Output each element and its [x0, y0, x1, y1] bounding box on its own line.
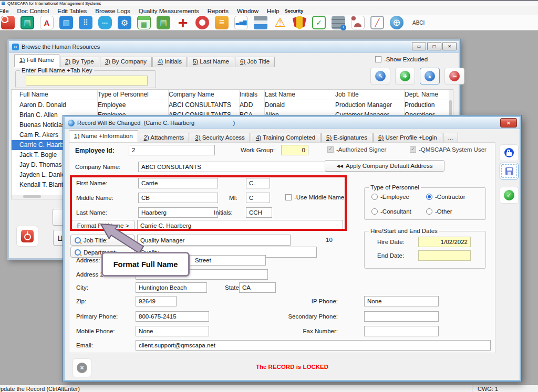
tab-job-title[interactable]: 6) Job Title [235, 57, 275, 67]
database-icon[interactable] [332, 16, 345, 29]
red-cross-icon[interactable] [176, 16, 190, 29]
end-date-input[interactable] [418, 250, 471, 261]
maximize-button[interactable]: ▢ [427, 42, 441, 50]
col-job-title[interactable]: Job Title [335, 90, 405, 100]
tab-attachments[interactable]: 2) Attachments [139, 133, 190, 143]
browse-titlebar[interactable]: Browse the Human Resources ▭ ▢ ✕ [9, 41, 459, 53]
dialog-titlebar[interactable]: Record Will Be Changed (Carrie C. Haarbe… [65, 117, 520, 129]
menu-item-window[interactable]: Window [233, 8, 263, 14]
email-input[interactable] [136, 340, 491, 351]
tab-by-company[interactable]: 3) By Company [100, 57, 152, 67]
ok-button[interactable] [500, 187, 519, 204]
tab-e-signatures[interactable]: 5) E-signatures [321, 133, 373, 143]
menu-item-browse-logs[interactable]: Browse Logs [91, 8, 134, 14]
globe-search-icon[interactable] [390, 16, 404, 29]
radio-button[interactable] [426, 208, 432, 215]
shield-icon[interactable] [293, 16, 306, 29]
tab-by-type[interactable]: 2) By Type [60, 57, 99, 67]
notebook-icon[interactable] [157, 16, 170, 29]
lock-button[interactable] [500, 144, 519, 161]
menu-item-edit-tables[interactable]: Edit Tables [53, 8, 91, 14]
table-row[interactable]: Aaron D. DonaldEmployeeABCI CONSULTANTSA… [12, 100, 453, 110]
tab-training-completed[interactable]: 4) Training Completed [251, 133, 320, 143]
full-name-search-input[interactable] [26, 76, 148, 86]
save-button[interactable] [500, 163, 519, 179]
work-group-input[interactable] [281, 145, 308, 155]
menu-item-reports[interactable]: Reports [203, 8, 233, 14]
company-name-input[interactable] [138, 162, 341, 172]
address-book-icon[interactable] [215, 16, 229, 29]
radio-contractor[interactable]: -Contractor [426, 194, 465, 200]
radio-consultant[interactable]: -Consultant [371, 208, 411, 215]
dialog-close-button[interactable] [500, 118, 517, 128]
radio-other[interactable]: -Other [426, 208, 452, 215]
tab-name-information[interactable]: 1) Name +Information [69, 130, 138, 143]
system-user-checkbox[interactable]: -QMSCAPA System User [410, 146, 487, 153]
radio-employee[interactable]: -Employee [371, 194, 409, 200]
doc-control-icon[interactable] [20, 16, 34, 29]
tab-initials[interactable]: 4) Initials [152, 57, 187, 67]
checklist-icon[interactable] [312, 16, 326, 29]
state-input[interactable] [239, 282, 276, 293]
middle-initial-input[interactable] [246, 193, 270, 203]
chat-icon[interactable] [98, 16, 112, 29]
notebook-pencil-icon[interactable] [59, 16, 73, 29]
zip-input[interactable] [136, 296, 177, 306]
power-icon[interactable] [1, 16, 15, 29]
menu-item-doc-control[interactable]: Doc Control [13, 8, 54, 14]
fax-number-input[interactable] [364, 326, 439, 336]
tab-user-profile-login[interactable]: 6) User Profile +Login [373, 133, 442, 143]
select-record-button[interactable] [370, 68, 390, 84]
delete-record-button[interactable] [444, 68, 464, 84]
primary-phone-input[interactable] [136, 311, 209, 322]
first-name-input[interactable] [138, 178, 218, 188]
initials-input[interactable] [246, 207, 272, 218]
col-type[interactable]: Type of Personnel [98, 90, 169, 100]
secondary-phone-input[interactable] [364, 311, 439, 322]
menu-item-security[interactable]: Security [284, 8, 308, 14]
col-initials[interactable]: Initials [240, 90, 265, 100]
mobile-phone-input[interactable] [136, 326, 209, 336]
city-input[interactable] [136, 282, 207, 293]
job-title-input[interactable] [137, 235, 291, 246]
warning-icon[interactable] [273, 16, 287, 29]
menu-item-quality-measurements[interactable]: Quality Measurements [134, 8, 203, 14]
full-name-input[interactable] [137, 220, 343, 231]
checkbox-box[interactable] [375, 56, 381, 62]
blocks-icon[interactable] [79, 16, 92, 29]
first-initial-input[interactable] [246, 178, 270, 188]
use-middle-name-checkbox[interactable]: -Use Middle Name [285, 194, 344, 200]
checkbox-box[interactable] [285, 194, 292, 200]
last-name-input[interactable] [138, 207, 218, 218]
middle-name-input[interactable] [138, 193, 218, 203]
scrollbar-thumb[interactable] [23, 195, 41, 198]
exit-browse-button[interactable] [16, 226, 38, 247]
menu-item-help[interactable]: Help [263, 8, 284, 14]
personnel-badge-icon[interactable] [351, 16, 365, 29]
life-ring-icon[interactable] [195, 16, 209, 29]
close-button[interactable]: ✕ [442, 42, 457, 50]
show-excluded-checkbox[interactable]: -Show Excluded [375, 56, 428, 62]
radio-button-selected[interactable] [426, 194, 432, 200]
col-company[interactable]: Company Name [169, 90, 240, 100]
add-record-button[interactable] [395, 68, 415, 84]
tab-last-name[interactable]: 5) Last Name [188, 57, 234, 67]
checkbox-box[interactable] [327, 146, 334, 153]
col-last-name[interactable]: Last Name [265, 90, 335, 100]
radio-button[interactable] [371, 208, 378, 215]
bar-chart-icon[interactable] [234, 16, 248, 29]
gear-icon[interactable] [118, 16, 131, 29]
letter-a-doc-icon[interactable] [40, 16, 54, 29]
minimize-button[interactable]: ▭ [412, 42, 426, 50]
radio-button[interactable] [371, 194, 378, 200]
tab-security-access[interactable]: 3) Security Access [190, 133, 250, 143]
col-full-name[interactable]: Full Name [19, 90, 98, 100]
col-dept[interactable]: Dept. Name [405, 90, 453, 100]
ip-phone-input[interactable] [364, 296, 439, 306]
menu-item-file[interactable]: File [0, 8, 13, 14]
calendar-icon[interactable] [137, 16, 151, 29]
app-titlebar[interactable]: QMSCAPA for International Management Sys… [0, 0, 538, 6]
change-record-button[interactable] [420, 68, 440, 84]
apply-company-default-address-button[interactable]: ◀◀ Apply Company Default Address [325, 160, 444, 172]
tab-more[interactable]: ... [443, 133, 459, 143]
